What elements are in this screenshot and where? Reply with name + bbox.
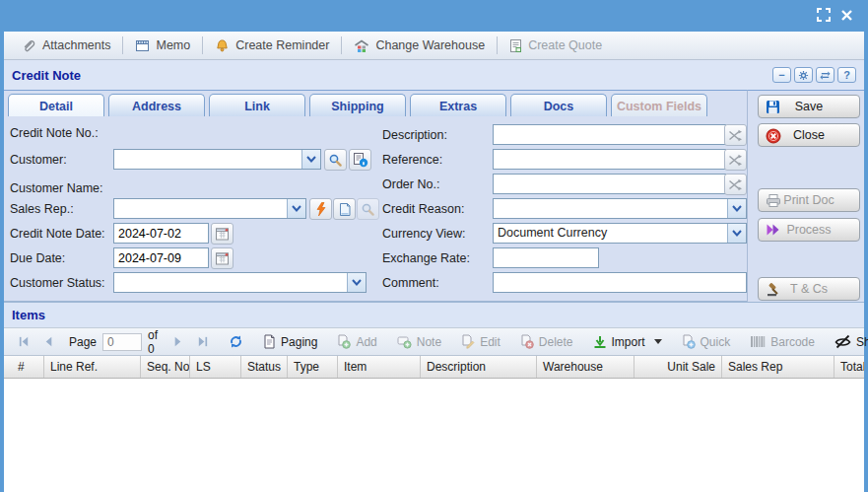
description-shuffle-button[interactable] bbox=[724, 124, 747, 146]
credit-reason-combobox[interactable] bbox=[493, 198, 747, 219]
column-header-warehouse[interactable]: Warehouse bbox=[537, 356, 634, 378]
import-button[interactable]: Import bbox=[587, 335, 668, 349]
due-date-input[interactable] bbox=[113, 247, 209, 268]
sales-rep-input[interactable] bbox=[114, 199, 287, 218]
customer-status-input[interactable] bbox=[114, 273, 347, 292]
create-reminder-label: Create Reminder bbox=[235, 38, 329, 52]
customer-status-dropdown-button[interactable] bbox=[347, 273, 366, 292]
customer-info-button[interactable] bbox=[349, 149, 371, 171]
customer-name-label: Customer Name: bbox=[10, 181, 102, 195]
paging-button[interactable]: Paging bbox=[257, 334, 323, 349]
column-header-sales-rep[interactable]: Sales Rep bbox=[722, 356, 835, 378]
column-header-line-ref[interactable]: Line Ref. bbox=[44, 356, 141, 378]
refresh-button[interactable] bbox=[816, 67, 835, 83]
sales-rep-search-button[interactable] bbox=[357, 198, 379, 220]
customer-label: Customer: bbox=[10, 153, 67, 167]
tab-detail[interactable]: Detail bbox=[8, 94, 104, 117]
help-button[interactable]: ? bbox=[837, 67, 856, 83]
maximize-button[interactable] bbox=[817, 8, 835, 24]
tab-docs[interactable]: Docs bbox=[510, 94, 607, 117]
collapse-button[interactable]: − bbox=[772, 67, 791, 83]
search-icon bbox=[361, 202, 375, 217]
change-warehouse-button[interactable]: Change Warehouse bbox=[346, 38, 493, 53]
settings-button[interactable] bbox=[794, 67, 813, 83]
sales-rep-combobox[interactable] bbox=[113, 198, 306, 219]
close-button[interactable]: Close bbox=[758, 123, 860, 147]
customer-status-combobox[interactable] bbox=[113, 272, 367, 293]
column-header-row-number[interactable]: # bbox=[4, 356, 44, 378]
due-date-calendar-button[interactable] bbox=[211, 247, 234, 269]
close-window-button[interactable] bbox=[840, 8, 858, 24]
tab-extras[interactable]: Extras bbox=[410, 94, 506, 117]
credit-note-date-input[interactable] bbox=[113, 223, 209, 244]
quick-add-button[interactable]: Quick bbox=[676, 334, 737, 349]
credit-reason-dropdown-button[interactable] bbox=[727, 199, 746, 218]
memo-button[interactable]: Memo bbox=[127, 38, 198, 52]
column-header-unit-sale[interactable]: Unit Sale bbox=[634, 356, 722, 378]
credit-note-date-calendar-button[interactable] bbox=[211, 223, 234, 245]
order-no-input[interactable] bbox=[493, 174, 726, 194]
prev-page-button[interactable] bbox=[36, 335, 61, 348]
exchange-rate-input[interactable] bbox=[493, 247, 599, 268]
column-header-seq-no[interactable]: Seq. No. bbox=[141, 356, 190, 378]
next-page-button[interactable] bbox=[166, 335, 190, 348]
items-toolbar: Page of 0 Paging bbox=[4, 327, 864, 356]
edit-row-button[interactable]: Edit bbox=[455, 334, 506, 349]
exchange-rate-label: Exchange Rate: bbox=[382, 251, 470, 265]
tab-shipping[interactable]: Shipping bbox=[309, 94, 406, 117]
tab-link[interactable]: Link bbox=[209, 94, 305, 117]
column-header-status[interactable]: Status bbox=[241, 356, 288, 378]
customer-search-button[interactable] bbox=[324, 149, 347, 171]
paging-label: Paging bbox=[281, 335, 317, 349]
refresh-grid-button[interactable] bbox=[223, 334, 249, 349]
comment-input[interactable] bbox=[493, 272, 747, 293]
attachments-button[interactable]: Attachments bbox=[14, 38, 118, 53]
divider bbox=[497, 36, 498, 54]
add-label: Add bbox=[356, 335, 376, 349]
sales-rep-dropdown-button[interactable] bbox=[287, 199, 305, 218]
tab-address[interactable]: Address bbox=[108, 94, 205, 117]
first-page-button[interactable] bbox=[12, 335, 36, 348]
process-button[interactable]: Process bbox=[758, 218, 860, 242]
delete-row-button[interactable]: Delete bbox=[514, 334, 579, 349]
refresh-icon bbox=[820, 70, 831, 81]
edit-label: Edit bbox=[480, 335, 501, 349]
window-border-right bbox=[864, 32, 868, 492]
order-no-shuffle-button[interactable] bbox=[724, 174, 747, 195]
add-row-button[interactable]: Add bbox=[331, 334, 382, 349]
quick-icon bbox=[682, 334, 696, 349]
description-input[interactable] bbox=[493, 124, 726, 145]
calendar-icon bbox=[215, 251, 230, 265]
items-title: Items bbox=[4, 308, 45, 322]
customer-dropdown-button[interactable] bbox=[301, 150, 320, 169]
column-header-type[interactable]: Type bbox=[288, 356, 338, 378]
sales-rep-document-button[interactable] bbox=[333, 198, 356, 220]
customer-input[interactable] bbox=[114, 150, 301, 169]
tcs-button[interactable]: T & Cs bbox=[758, 277, 860, 301]
column-header-ls[interactable]: LS bbox=[190, 356, 241, 378]
last-page-button[interactable] bbox=[190, 335, 215, 348]
currency-view-dropdown-button[interactable] bbox=[727, 224, 746, 243]
column-header-description[interactable]: Description bbox=[421, 356, 537, 378]
currency-view-combobox[interactable]: Document Currency bbox=[493, 223, 747, 244]
reference-input[interactable] bbox=[493, 149, 726, 170]
create-reminder-button[interactable]: Create Reminder bbox=[207, 38, 337, 53]
printer-icon bbox=[766, 193, 781, 208]
show-hide-label: Show/Hide bbox=[856, 335, 868, 349]
save-button[interactable]: Save bbox=[758, 95, 860, 118]
page-title: Credit Note bbox=[4, 68, 81, 83]
items-grid-body[interactable] bbox=[4, 379, 864, 492]
barcode-button[interactable]: Barcode bbox=[744, 335, 821, 349]
sales-rep-quick-assign-button[interactable] bbox=[309, 198, 332, 220]
refresh-icon bbox=[229, 334, 243, 349]
note-button[interactable]: Note bbox=[391, 335, 447, 349]
reference-shuffle-button[interactable] bbox=[724, 149, 747, 171]
show-hide-columns-button[interactable]: Show/Hide bbox=[829, 334, 868, 349]
page-number-input[interactable] bbox=[102, 333, 142, 351]
create-quote-button[interactable]: Create Quote bbox=[501, 38, 610, 53]
credit-note-window: Attachments Memo Create Reminder bbox=[0, 0, 868, 492]
customer-combobox[interactable] bbox=[113, 149, 321, 170]
print-doc-button[interactable]: Print Doc bbox=[758, 188, 860, 212]
column-header-total-sale[interactable]: Total Sale bbox=[835, 356, 864, 378]
column-header-item[interactable]: Item bbox=[338, 356, 421, 378]
